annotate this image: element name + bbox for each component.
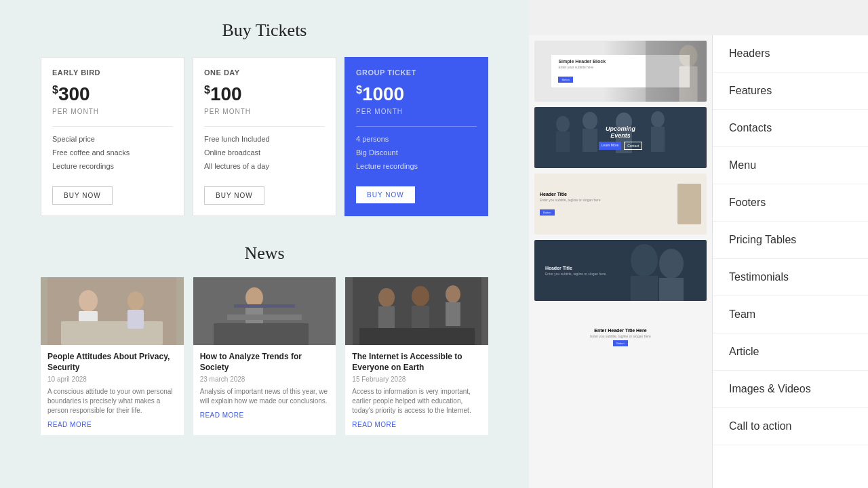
news-body-2: How to Analyze Trends for Society 23 mar…	[193, 345, 336, 426]
thumbnail-2[interactable]: Upcoming Events Learn More Contact	[534, 107, 707, 168]
news-date-1: 10 april 2028	[47, 375, 177, 383]
news-card-2: How to Analyze Trends for Society 23 mar…	[193, 277, 336, 435]
card-price-early: $300	[52, 83, 173, 105]
sidebar: ✓ Select and Drag Section to Page Simple…	[529, 0, 868, 488]
svg-point-34	[631, 244, 658, 277]
news-image-1	[41, 277, 184, 345]
category-call-to-action[interactable]: Call to action	[713, 408, 868, 445]
card-period-early: PER MONTH	[52, 108, 173, 115]
svg-rect-10	[214, 323, 309, 345]
news-card-1: People Attitudes About Privacy, Security…	[41, 277, 184, 435]
svg-rect-19	[359, 328, 475, 345]
svg-rect-9	[227, 314, 302, 320]
buy-now-button-early[interactable]: BUY NOW	[52, 186, 113, 205]
card-price-oneday: $100	[204, 83, 325, 105]
sidebar-content: Simple Header Block Enter your subtitle …	[529, 35, 868, 488]
news-headline-2: How to Analyze Trends for Society	[200, 352, 330, 373]
news-excerpt-2: Analysis of important news of this year,…	[200, 387, 330, 406]
thumb4-title: Header Title	[545, 266, 606, 270]
card-tier-early: EARLY BIRD	[52, 68, 173, 77]
category-headers[interactable]: Headers	[713, 35, 868, 73]
svg-rect-11	[234, 304, 295, 308]
news-image-2	[193, 277, 336, 345]
thumbnails-panel: Simple Header Block Enter your subtitle …	[529, 35, 712, 488]
category-features[interactable]: Features	[713, 73, 868, 110]
news-headline-1: People Attitudes About Privacy, Security	[47, 352, 177, 373]
buy-tickets-title: Buy Tickets	[41, 20, 488, 41]
card-feature: 4 persons	[356, 135, 477, 143]
card-period-oneday: PER MONTH	[204, 108, 325, 115]
category-contacts[interactable]: Contacts	[713, 110, 868, 147]
read-more-3[interactable]: READ MORE	[352, 421, 481, 428]
pricing-card-oneday: ONE DAY $100 PER MONTH Free lunch Includ…	[193, 57, 336, 216]
thumbnail-4[interactable]: Header Title Enter you subtitle, tagline…	[534, 240, 707, 301]
card-tier-group: GROUP TICKET	[356, 68, 477, 77]
svg-rect-22	[679, 66, 698, 102]
card-feature: Special price	[52, 135, 173, 143]
svg-rect-5	[127, 310, 144, 329]
thumb3-sub: Enter you subtitle, tagline or slogan he…	[540, 198, 672, 202]
card-feature: Big Discount	[356, 148, 477, 157]
card-feature: All lectures of a day	[204, 162, 325, 170]
news-excerpt-3: Access to information is very important,…	[352, 387, 481, 415]
thumb5-btn: Button	[613, 340, 628, 346]
svg-rect-3	[61, 321, 163, 345]
read-more-1[interactable]: READ MORE	[47, 421, 177, 428]
news-title: News	[41, 243, 488, 264]
svg-point-13	[378, 288, 395, 307]
card-feature: Free coffee and snacks	[52, 148, 173, 157]
svg-rect-16	[412, 306, 429, 329]
svg-point-15	[412, 286, 429, 306]
category-menu[interactable]: Menu	[713, 147, 868, 184]
news-headline-3: The Internet is Accessible to Everyone o…	[352, 352, 481, 373]
buy-now-button-oneday[interactable]: BUY NOW	[204, 186, 264, 205]
category-team[interactable]: Team	[713, 296, 868, 333]
thumb3-btn: Button	[540, 209, 555, 216]
read-more-2[interactable]: READ MORE	[200, 411, 330, 419]
thumb3-person	[677, 184, 701, 224]
categories-panel: Headers Features Contacts Menu Footers P…	[712, 35, 868, 488]
pricing-card-early: EARLY BIRD $300 PER MONTH Special price …	[41, 57, 184, 216]
category-pricing-tables[interactable]: Pricing Tables	[713, 222, 868, 259]
svg-rect-14	[378, 306, 395, 330]
category-testimonials[interactable]: Testimonials	[713, 259, 868, 296]
thumb5-title: Enter Header Title Here	[594, 328, 646, 333]
svg-rect-18	[446, 302, 460, 326]
card-feature: Free lunch Included	[204, 135, 325, 143]
card-period-group: PER MONTH	[356, 108, 477, 115]
category-article[interactable]: Article	[713, 333, 868, 371]
thumb3-title: Header Title	[540, 192, 672, 197]
thumb1-btn: Button	[558, 77, 573, 83]
thumbnail-1[interactable]: Simple Header Block Enter your subtitle …	[534, 41, 707, 102]
news-image-3	[345, 277, 488, 345]
news-date-2: 23 march 2028	[200, 375, 330, 383]
card-feature: Lecture recordings	[52, 162, 173, 170]
page-content: Buy Tickets EARLY BIRD $300 PER MONTH Sp…	[0, 0, 529, 488]
pricing-card-group: GROUP TICKET $1000 PER MONTH 4 persons B…	[344, 57, 488, 216]
news-cards: People Attitudes About Privacy, Security…	[41, 277, 488, 435]
pricing-cards: EARLY BIRD $300 PER MONTH Special price …	[41, 57, 488, 216]
category-footers[interactable]: Footers	[713, 184, 868, 222]
svg-point-36	[659, 249, 684, 279]
svg-point-4	[127, 291, 144, 310]
news-excerpt-1: A conscious attitude to your own persona…	[47, 387, 177, 415]
news-date-3: 15 February 2028	[352, 375, 481, 383]
thumb3-text: Header Title Enter you subtitle, tagline…	[540, 192, 672, 216]
news-body-3: The Internet is Accessible to Everyone o…	[345, 345, 488, 435]
svg-point-21	[679, 45, 698, 66]
card-feature: Lecture recordings	[356, 162, 477, 170]
news-card-3: The Internet is Accessible to Everyone o…	[345, 277, 488, 435]
svg-rect-35	[631, 276, 658, 301]
svg-point-1	[79, 290, 98, 312]
buy-now-button-group[interactable]: BUY NOW	[356, 186, 415, 203]
category-images-videos[interactable]: Images & Videos	[713, 371, 868, 408]
thumbnail-5[interactable]: Enter Header Title Here Enter you subtit…	[534, 306, 707, 367]
thumbnail-3[interactable]: Header Title Enter you subtitle, tagline…	[534, 174, 707, 235]
svg-rect-37	[659, 278, 684, 301]
card-price-group: $1000	[356, 83, 477, 105]
svg-point-17	[446, 285, 460, 303]
thumb5-sub: Enter you subtitle, tagline or slogan he…	[590, 334, 651, 338]
news-body-1: People Attitudes About Privacy, Security…	[41, 345, 184, 435]
card-tier-oneday: ONE DAY	[204, 68, 325, 77]
card-feature: Online broadcast	[204, 148, 325, 157]
